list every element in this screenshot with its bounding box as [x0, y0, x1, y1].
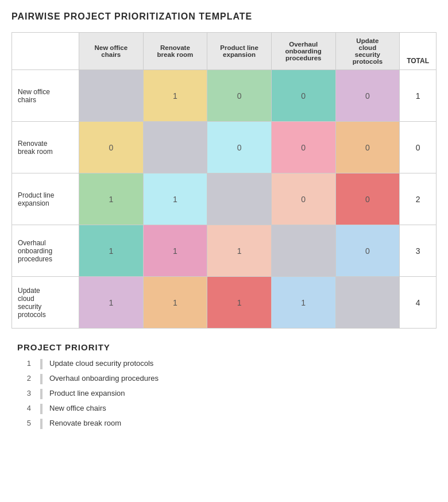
row-label-4: Overhaulonboardingprocedures	[12, 225, 79, 277]
priority-rank-1: 1	[17, 359, 31, 368]
table-row: Updatecloudsecurityprotocols 1 1 1 1 4	[12, 277, 437, 329]
row-label-2: Renovatebreak room	[12, 122, 79, 173]
row-label-1: New officechairs	[12, 70, 79, 122]
priority-divider-3	[40, 389, 43, 399]
cell-4-5: 0	[335, 225, 400, 277]
priority-list: 1 Update cloud security protocols 2 Over…	[17, 359, 437, 429]
prioritization-table: New officechairs Renovatebreak room Prod…	[11, 32, 437, 329]
cell-3-1: 1	[79, 173, 143, 225]
table-row: Renovatebreak room 0 0 0 0 0	[12, 122, 437, 173]
cell-2-1: 0	[79, 122, 143, 173]
cell-5-3: 1	[207, 277, 272, 329]
total-3: 2	[400, 173, 437, 225]
priority-label-1: Update cloud security protocols	[49, 359, 153, 368]
total-header: TOTAL	[400, 33, 437, 70]
priority-divider-1	[40, 359, 43, 369]
list-item: 1 Update cloud security protocols	[17, 359, 437, 369]
priority-label-4: New office chairs	[49, 404, 106, 412]
row-label-3: Product lineexpansion	[12, 173, 79, 225]
list-item: 3 Product line expansion	[17, 389, 437, 399]
cell-4-4	[271, 225, 335, 277]
priority-section: PROJECT PRIORITY 1 Update cloud security…	[11, 342, 437, 429]
cell-3-4: 0	[271, 173, 335, 225]
col-header-5: Updatecloudsecurityprotocols	[335, 33, 400, 70]
page-title: PAIRWISE PROJECT PRIORITIZATION TEMPLATE	[11, 11, 437, 22]
cell-5-2: 1	[143, 277, 207, 329]
table-row: Overhaulonboardingprocedures 1 1 1 0 3	[12, 225, 437, 277]
empty-header	[12, 33, 79, 70]
cell-1-4: 0	[271, 70, 335, 122]
cell-3-3	[207, 173, 272, 225]
priority-rank-2: 2	[17, 374, 31, 383]
priority-label-5: Renovate break room	[49, 419, 121, 427]
cell-1-2: 1	[143, 70, 207, 122]
priority-rank-4: 4	[17, 404, 31, 412]
total-2: 0	[400, 122, 437, 173]
cell-2-3: 0	[207, 122, 272, 173]
cell-1-5: 0	[335, 70, 400, 122]
cell-2-4: 0	[271, 122, 335, 173]
table-row: New officechairs 1 0 0 0 1	[12, 70, 437, 122]
cell-4-3: 1	[207, 225, 272, 277]
total-5: 4	[400, 277, 437, 329]
cell-3-5: 0	[335, 173, 400, 225]
cell-3-2: 1	[143, 173, 207, 225]
row-label-5: Updatecloudsecurityprotocols	[12, 277, 79, 329]
priority-divider-4	[40, 404, 43, 414]
cell-2-5: 0	[335, 122, 400, 173]
priority-rank-3: 3	[17, 389, 31, 397]
total-4: 3	[400, 225, 437, 277]
col-header-3: Product lineexpansion	[207, 33, 272, 70]
cell-4-1: 1	[79, 225, 143, 277]
list-item: 5 Renovate break room	[17, 419, 437, 429]
priority-rank-5: 5	[17, 419, 31, 427]
cell-4-2: 1	[143, 225, 207, 277]
priority-title: PROJECT PRIORITY	[17, 342, 437, 352]
list-item: 4 New office chairs	[17, 404, 437, 414]
priority-label-2: Overhaul onboarding procedures	[49, 374, 159, 383]
priority-divider-2	[40, 374, 43, 384]
cell-2-2	[143, 122, 207, 173]
cell-1-3: 0	[207, 70, 272, 122]
total-1: 1	[400, 70, 437, 122]
col-header-4: Overhaulonboardingprocedures	[271, 33, 335, 70]
cell-5-4: 1	[271, 277, 335, 329]
cell-5-5	[335, 277, 400, 329]
cell-5-1: 1	[79, 277, 143, 329]
list-item: 2 Overhaul onboarding procedures	[17, 374, 437, 384]
col-header-2: Renovatebreak room	[143, 33, 207, 70]
cell-1-1	[79, 70, 143, 122]
table-row: Product lineexpansion 1 1 0 0 2	[12, 173, 437, 225]
col-header-1: New officechairs	[79, 33, 143, 70]
priority-divider-5	[40, 419, 43, 429]
priority-label-3: Product line expansion	[49, 389, 125, 397]
